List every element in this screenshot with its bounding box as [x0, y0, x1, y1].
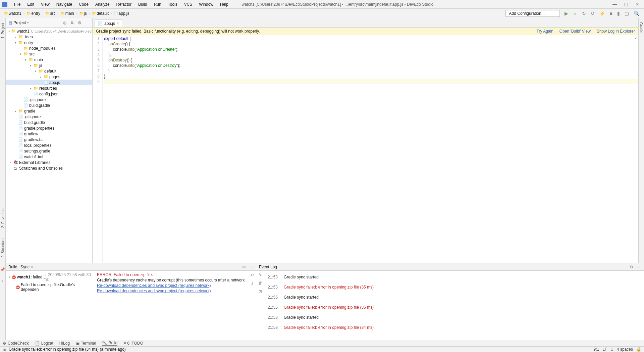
tree-.idea[interactable]: ▸📁.idea	[6, 34, 92, 40]
tree-.gitignore[interactable]: 📄.gitignore	[6, 97, 92, 102]
tree-config.json[interactable]: 📄config.json	[6, 91, 92, 97]
wrap-icon[interactable]: ↩	[251, 273, 254, 277]
build-output[interactable]: ERROR: Failed to open zip file. Gradle's…	[94, 271, 248, 340]
close-sync-icon[interactable]: ×	[31, 265, 33, 269]
tree-.gitignore[interactable]: 📄.gitignore	[6, 114, 92, 120]
menu-help[interactable]: Help	[217, 1, 232, 8]
tree-settings.gradle[interactable]: 📄settings.gradle	[6, 148, 92, 154]
minimize-button[interactable]: —	[612, 2, 617, 7]
event-row[interactable]: 21:58Gradle sync started	[268, 312, 640, 322]
breadcrumb-watch1[interactable]: 📁watch1	[2, 11, 23, 16]
project-tree[interactable]: ▾📁watch1C:\Users\23874\DevEcoStudioProje…	[6, 28, 92, 263]
event-row[interactable]: 21:55Gradle sync started	[268, 292, 640, 302]
evlog-mark-icon[interactable]: ◔	[259, 289, 262, 294]
close-button[interactable]: ✕	[636, 2, 639, 7]
evlog-hide-icon[interactable]: —	[637, 265, 641, 269]
tree-js[interactable]: ▾📁js	[6, 62, 92, 68]
collapse-icon[interactable]: ⇊	[70, 20, 74, 25]
debug-icon[interactable]: ☼	[573, 11, 577, 16]
tree-watch1.iml[interactable]: 📄watch1.iml	[6, 154, 92, 160]
target-icon[interactable]: ◎	[63, 20, 66, 25]
tree-Scratches and Consoles[interactable]: 🗂Scratches and Consoles	[6, 165, 92, 171]
banner-open-build[interactable]: Open 'Build' View	[559, 29, 591, 34]
evlog-settings-icon[interactable]: ⚙	[630, 265, 634, 269]
tool-6-todo[interactable]: ≡6: TODO	[123, 341, 143, 346]
sync-tab[interactable]: Sync ×	[18, 264, 35, 270]
tree-gradle[interactable]: ▸📁gradle	[6, 108, 92, 114]
pin-icon[interactable]: 📌	[0, 267, 5, 272]
menu-build[interactable]: Build	[135, 1, 151, 8]
tree-gradlew[interactable]: 📄gradlew	[6, 131, 92, 137]
breadcrumb-entry[interactable]: 📁entry	[24, 11, 42, 16]
breadcrumb-default[interactable]: 📁default	[90, 11, 111, 16]
maximize-button[interactable]: ▢	[624, 2, 628, 7]
banner-try-again[interactable]: Try Again	[537, 29, 553, 34]
evlog-trash-icon[interactable]: 🗑	[258, 281, 262, 285]
tree-build.gradle[interactable]: 📄build.gradle	[6, 120, 92, 125]
status-item[interactable]: LF	[602, 347, 607, 352]
breadcrumb-src[interactable]: 📁src	[43, 11, 57, 16]
tool-hilog[interactable]: HiLog	[59, 341, 70, 346]
tool-terminal[interactable]: ▣Terminal	[76, 341, 96, 346]
layout-icon[interactable]: ▢	[625, 11, 629, 16]
project-selector[interactable]: ▤ Project ▾	[8, 20, 29, 25]
event-row[interactable]: 21:53Gradle sync failed: error in openin…	[268, 282, 640, 292]
tree-src[interactable]: ▾📁src	[6, 51, 92, 57]
build-tree[interactable]: ▾ ⛔ watch1: failed at 2020/9/25 21:58 wi…	[6, 271, 94, 340]
add-configuration-button[interactable]: Add Configuration...	[505, 10, 560, 17]
tree-entry[interactable]: ▾📁entry	[6, 40, 92, 45]
tree-watch1[interactable]: ▾📁watch1C:\Users\23874\DevEcoStudioProje…	[6, 28, 92, 34]
attach-icon[interactable]: ⚡	[599, 11, 605, 16]
tree-pages[interactable]: ▸📁pages	[6, 74, 92, 80]
tree-gradlew.bat[interactable]: 📄gradlew.bat	[6, 137, 92, 142]
banner-show-log[interactable]: Show Log in Explorer	[597, 29, 635, 34]
tree-External Libraries[interactable]: ▸📚External Libraries	[6, 160, 92, 165]
menu-view[interactable]: View	[38, 1, 53, 8]
menu-tools[interactable]: Tools	[165, 1, 181, 8]
tab-structure[interactable]: 2: Structure	[1, 236, 5, 260]
run-icon[interactable]: ▶	[565, 11, 568, 16]
menu-code[interactable]: Code	[75, 1, 92, 8]
tree-app.js[interactable]: 📄app.js	[6, 80, 92, 85]
tab-project[interactable]: 1: Project	[1, 21, 5, 40]
profile-icon[interactable]: ↺	[591, 11, 595, 16]
event-list[interactable]: 21:53Gradle sync started21:53Gradle sync…	[264, 271, 644, 340]
redownload-link-1[interactable]: Re-download dependencies and sync projec…	[97, 283, 245, 288]
evlog-edit-icon[interactable]: ✎	[259, 273, 262, 277]
close-tab-icon[interactable]: ×	[117, 21, 119, 26]
menu-run[interactable]: Run	[151, 1, 165, 8]
scroll-icon[interactable]: ⤓	[251, 281, 254, 285]
menu-window[interactable]: Window	[196, 1, 217, 8]
tree-default[interactable]: ▾📁default	[6, 68, 92, 74]
menu-refactor[interactable]: Refactor	[113, 1, 135, 8]
build-settings-icon[interactable]: ⚙	[242, 265, 246, 269]
status-item[interactable]: 🔒	[636, 347, 641, 352]
source[interactable]: export default { onCreate() { console.in…	[103, 35, 638, 263]
menu-file[interactable]: File	[11, 1, 24, 8]
status-item[interactable]: 9:1	[594, 347, 599, 352]
tree-node_modules[interactable]: 📁node_modules	[6, 45, 92, 51]
code-editor[interactable]: 123456789 export default { onCreate() { …	[93, 35, 638, 263]
menu-analyze[interactable]: Analyze	[92, 1, 113, 8]
event-row[interactable]: 21:53Gradle sync started	[268, 272, 640, 282]
tree-main[interactable]: ▾📁main	[6, 57, 92, 62]
tool-logcat[interactable]: 📋Logcat	[35, 341, 53, 346]
settings-icon[interactable]: ⚙	[78, 20, 82, 25]
expand-icon[interactable]: ↕	[2, 278, 4, 282]
menu-navigate[interactable]: Navigate	[53, 1, 75, 8]
tab-favorites[interactable]: 2: Favorites	[1, 207, 5, 230]
menu-edit[interactable]: Edit	[24, 1, 38, 8]
tree-gradle.properties[interactable]: 📄gradle.properties	[6, 125, 92, 131]
tree-build.gradle[interactable]: 📄build.gradle	[6, 102, 92, 108]
tool-codecheck[interactable]: ⚙CodeCheck	[3, 341, 29, 346]
device-icon[interactable]: ▮	[617, 11, 620, 16]
redownload-link-2[interactable]: Re-download dependencies and sync projec…	[97, 288, 245, 294]
tool-build[interactable]: 🔨Build	[102, 341, 117, 346]
status-item[interactable]: U	[610, 347, 613, 352]
tree-resources[interactable]: ▸📁resources	[6, 85, 92, 91]
search-icon[interactable]: 🔍	[634, 11, 639, 16]
breadcrumb-main[interactable]: 📁main	[59, 11, 76, 16]
breadcrumb-js[interactable]: 📁js	[77, 11, 89, 16]
build-hide-icon[interactable]: —	[249, 265, 253, 269]
menu-vcs[interactable]: VCS	[181, 1, 196, 8]
